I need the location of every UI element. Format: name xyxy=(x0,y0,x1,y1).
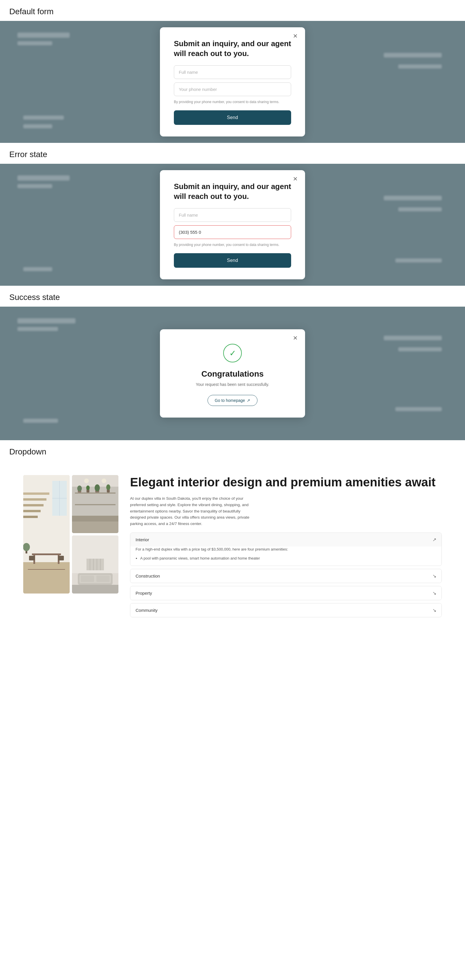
svg-rect-8 xyxy=(23,510,41,512)
error-form-phone-input[interactable] xyxy=(174,225,291,239)
svg-point-28 xyxy=(86,485,90,490)
svg-rect-34 xyxy=(72,516,118,522)
svg-rect-45 xyxy=(96,576,110,582)
svg-rect-15 xyxy=(58,556,64,560)
property-photo-grid xyxy=(23,475,118,593)
dropdown-content: Elegant interior design and premium amen… xyxy=(23,475,442,620)
accordion-item-construction: Construction ↘ xyxy=(130,569,442,583)
svg-point-26 xyxy=(77,485,82,491)
svg-rect-19 xyxy=(72,475,118,487)
property-photo-3 xyxy=(72,535,118,593)
accordion-header-property[interactable]: Property ↘ xyxy=(130,586,441,600)
default-form-label: Default form xyxy=(0,0,465,21)
svg-rect-5 xyxy=(23,492,49,495)
error-form-modal: ✕ Submit an inquiry, and our agent will … xyxy=(160,170,305,279)
svg-rect-14 xyxy=(29,556,35,560)
svg-rect-33 xyxy=(72,522,118,533)
error-form-title: Submit an inquiry, and our agent will re… xyxy=(174,182,291,202)
accordion-label-interior: Interior xyxy=(136,537,149,542)
error-form-consent-text: By providing your phone number, you cons… xyxy=(174,242,291,247)
accordion-item-property: Property ↘ xyxy=(130,586,442,600)
success-state-label-section: Success state xyxy=(0,286,465,307)
success-check-icon: ✓ xyxy=(223,344,242,363)
accordion-arrow-interior: ↗ xyxy=(432,537,436,542)
svg-point-30 xyxy=(95,484,100,491)
error-form-fullname-input[interactable] xyxy=(174,208,291,222)
error-state-label: Error state xyxy=(0,143,465,164)
accordion-arrow-community: ↘ xyxy=(432,608,436,613)
external-link-icon: ↗ xyxy=(247,398,250,403)
default-form-overlay: ✕ Submit an inquiry, and our agent will … xyxy=(0,21,465,143)
default-form-phone-input[interactable] xyxy=(174,83,291,96)
default-form-consent-text: By providing your phone number, you cons… xyxy=(174,100,291,105)
svg-point-32 xyxy=(106,484,110,490)
homepage-label: Go to homepage xyxy=(215,398,245,403)
accordion-item-interior: Interior ↗ For a high-end duplex villa w… xyxy=(130,533,442,566)
success-modal: ✕ ✓ Congratulations Your request has bee… xyxy=(160,329,305,418)
accordion-header-construction[interactable]: Construction ↘ xyxy=(130,569,441,583)
dropdown-label-section: Dropdown xyxy=(0,440,465,461)
default-form-fullname-input[interactable] xyxy=(174,65,291,79)
accordion-label-property: Property xyxy=(136,590,152,595)
default-form-label-section: Default form xyxy=(0,0,465,21)
accordion-label-construction: Construction xyxy=(136,573,160,578)
svg-rect-10 xyxy=(23,562,70,593)
svg-rect-6 xyxy=(23,498,46,501)
accordion-item-community: Community ↘ xyxy=(130,603,442,617)
interior-bullet-1: A pool with panoramic views, smart home … xyxy=(140,555,436,562)
svg-rect-11 xyxy=(32,554,61,555)
success-state-label: Success state xyxy=(0,286,465,307)
accordion-label-community: Community xyxy=(136,608,158,612)
svg-rect-46 xyxy=(72,585,118,593)
success-title: Congratulations xyxy=(174,369,291,379)
property-description: At our duplex villa in South Dakota, you… xyxy=(130,495,252,527)
error-state-label-section: Error state xyxy=(0,143,465,164)
svg-rect-7 xyxy=(23,504,44,506)
error-state-overlay: ✕ Submit an inquiry, and our agent will … xyxy=(0,164,465,286)
error-form-send-button[interactable]: Send xyxy=(174,253,291,268)
property-title: Elegant interior design and premium amen… xyxy=(130,475,442,490)
accordion-arrow-construction: ↘ xyxy=(432,573,436,579)
svg-rect-44 xyxy=(81,576,94,582)
accordion-header-community[interactable]: Community ↘ xyxy=(130,603,441,617)
interior-sub-text: For a high-end duplex villa with a price… xyxy=(136,546,436,552)
svg-rect-24 xyxy=(75,504,116,505)
svg-point-20 xyxy=(84,479,89,483)
close-icon: ✕ xyxy=(293,32,298,40)
default-form-title: Submit an inquiry, and our agent will re… xyxy=(174,39,291,59)
accordion-content-interior: For a high-end duplex villa with a price… xyxy=(130,546,441,566)
svg-rect-37 xyxy=(86,559,104,570)
default-form-close-button[interactable]: ✕ xyxy=(291,32,299,40)
default-form-modal: ✕ Submit an inquiry, and our agent will … xyxy=(160,27,305,137)
svg-rect-9 xyxy=(23,516,38,518)
accordion-arrow-property: ↘ xyxy=(432,590,436,596)
default-form-send-button[interactable]: Send xyxy=(174,110,291,125)
dropdown-section: Elegant interior design and premium amen… xyxy=(0,461,465,634)
property-right-content: Elegant interior design and premium amen… xyxy=(130,475,442,620)
property-photo-2 xyxy=(72,475,118,533)
accordion-header-interior[interactable]: Interior ↗ xyxy=(130,533,441,546)
svg-point-17 xyxy=(23,543,30,551)
close-icon: ✕ xyxy=(293,175,298,182)
success-modal-close-button[interactable]: ✕ xyxy=(291,334,299,342)
dropdown-label: Dropdown xyxy=(0,440,465,461)
property-photo-1 xyxy=(23,475,70,593)
success-state-overlay: ✕ ✓ Congratulations Your request has bee… xyxy=(0,307,465,440)
interior-bullets: A pool with panoramic views, smart home … xyxy=(136,555,436,562)
error-form-close-button[interactable]: ✕ xyxy=(291,175,299,183)
go-to-homepage-button[interactable]: Go to homepage ↗ xyxy=(208,395,257,406)
success-subtitle: Your request has been sent successfully. xyxy=(174,382,291,387)
svg-point-21 xyxy=(102,479,106,483)
svg-rect-23 xyxy=(75,492,116,494)
close-icon: ✕ xyxy=(293,334,298,342)
